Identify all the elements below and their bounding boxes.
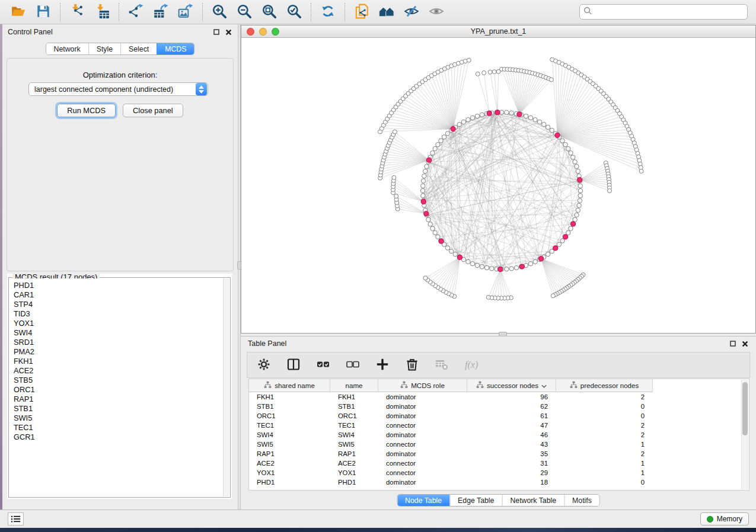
list-item[interactable]: STB5	[14, 376, 229, 385]
export-image-button[interactable]	[173, 2, 198, 22]
delete-table-button	[435, 358, 449, 372]
settings-button[interactable]	[257, 358, 271, 372]
copy-network-button[interactable]	[349, 2, 374, 22]
float-panel-icon[interactable]	[212, 28, 220, 36]
table-row[interactable]: SWI5SWI5connector431	[249, 440, 749, 449]
svg-text:f(x): f(x)	[465, 359, 478, 370]
table-row[interactable]: ORC1ORC1dominator610	[249, 411, 749, 421]
close-panel-icon[interactable]	[741, 340, 749, 348]
tab-mcds[interactable]: MCDS	[157, 43, 194, 55]
cell-successor-nodes: 96	[467, 392, 556, 402]
column-header-predecessor-nodes[interactable]: predecessor nodes	[556, 379, 653, 392]
tab-select[interactable]: Select	[120, 43, 157, 55]
control-panel-title: Control Panel	[8, 28, 53, 36]
list-item[interactable]: FKH1	[14, 357, 229, 366]
export-table-button[interactable]	[148, 2, 173, 22]
list-item[interactable]: RAP1	[14, 395, 229, 404]
deselect-all-button[interactable]	[346, 358, 360, 372]
table-row[interactable]: TEC1TEC1connector472	[249, 421, 749, 430]
network-window-titlebar[interactable]: YPA_prune.txt_1	[241, 25, 755, 38]
column-header-shared-name[interactable]: shared name	[249, 379, 330, 392]
list-item[interactable]: SWI5	[14, 414, 229, 423]
add-row-button[interactable]	[375, 358, 390, 372]
list-item[interactable]: CAR1	[14, 290, 229, 300]
delete-row-icon	[405, 357, 419, 373]
tab-style[interactable]: Style	[88, 43, 120, 55]
table-row[interactable]: ACE2ACE2connector311	[249, 459, 749, 468]
save-session-button[interactable]	[31, 2, 56, 22]
search-input[interactable]	[592, 8, 744, 16]
delete-row-button[interactable]	[405, 358, 419, 372]
close-panel-button[interactable]: Close panel	[123, 104, 183, 117]
cell-shared-name: ACE2	[249, 459, 330, 468]
cell-name: SWI5	[330, 440, 378, 449]
tab-network[interactable]: Network	[46, 43, 88, 55]
cell-predecessor-nodes: 1	[556, 468, 653, 477]
column-header-MCDS-role[interactable]: MCDS role	[378, 379, 467, 392]
task-history-icon[interactable]	[8, 512, 24, 525]
zoom-in-button[interactable]	[207, 2, 232, 22]
zoom-fit-button[interactable]	[257, 2, 282, 22]
table-row[interactable]: YOX1YOX1connector291	[249, 468, 749, 477]
tab-network-table[interactable]: Network Table	[502, 495, 564, 506]
cell-MCDS-role: connector	[378, 440, 467, 449]
table-scrollbar[interactable]	[741, 380, 748, 489]
cell-shared-name: ORC1	[249, 411, 330, 421]
zoom-selected-button[interactable]	[282, 2, 307, 22]
import-table-button[interactable]	[90, 2, 114, 22]
open-file-button[interactable]	[6, 2, 31, 22]
float-panel-icon[interactable]	[729, 340, 736, 348]
cell-name: ORC1	[330, 411, 378, 421]
tab-node-table[interactable]: Node Table	[397, 495, 449, 506]
list-item[interactable]: PMA2	[14, 347, 229, 357]
column-header-successor-nodes[interactable]: successor nodes	[467, 379, 556, 392]
list-item[interactable]: SRD1	[14, 338, 229, 347]
add-row-icon	[375, 357, 390, 373]
tab-motifs[interactable]: Motifs	[564, 495, 599, 506]
column-header-name[interactable]: name	[330, 379, 378, 392]
export-network-button[interactable]	[123, 2, 148, 22]
cell-shared-name: PHD1	[249, 477, 330, 487]
cell-successor-nodes: 46	[467, 430, 556, 440]
list-item[interactable]: TEC1	[14, 423, 229, 432]
node-table: shared namenameMCDS rolesuccessor nodesp…	[248, 379, 749, 491]
table-row[interactable]: PHD1PHD1dominator180	[249, 477, 749, 487]
tab-edge-table[interactable]: Edge Table	[449, 495, 502, 506]
sort-desc-icon	[541, 382, 547, 389]
import-network-button[interactable]	[65, 2, 90, 22]
list-item[interactable]: SWI4	[14, 328, 229, 338]
table-row[interactable]: RAP1RAP1dominator352	[249, 449, 749, 459]
list-item[interactable]: ACE2	[14, 366, 229, 376]
toolbar-separator	[60, 3, 60, 21]
columns-button[interactable]	[286, 358, 301, 372]
list-item[interactable]: YOX1	[14, 319, 229, 328]
network-canvas[interactable]	[241, 39, 755, 333]
desktop-wallpaper	[0, 528, 756, 532]
zoom-out-button[interactable]	[232, 2, 257, 22]
list-item[interactable]: STB1	[14, 404, 229, 414]
list-item[interactable]: PHD1	[14, 281, 229, 290]
table-type-tabs: Node TableEdge TableNetwork TableMotifs	[397, 494, 600, 507]
table-row[interactable]: FKH1FKH1dominator962	[249, 392, 749, 402]
list-item[interactable]: GCR1	[14, 432, 229, 442]
list-item[interactable]: ORC1	[14, 385, 229, 395]
scrollbar-thumb[interactable]	[742, 382, 748, 435]
table-row[interactable]: STB1STB1dominator620	[249, 402, 749, 411]
select-all-button[interactable]	[316, 358, 330, 372]
mcds-result-area: MCDS result (17 nodes) PHD1CAR1STP4TID3Y…	[7, 274, 232, 499]
result-list-scrollbar[interactable]	[223, 278, 229, 496]
criterion-select[interactable]: largest connected component (undirected)	[28, 82, 208, 96]
zoom-fit-icon	[261, 4, 277, 21]
show-details-button[interactable]	[424, 2, 449, 22]
hide-details-button[interactable]	[399, 2, 424, 22]
run-mcds-button[interactable]: Run MCDS	[57, 104, 116, 117]
list-item[interactable]: TID3	[14, 309, 229, 319]
refresh-button[interactable]	[315, 2, 340, 22]
list-item[interactable]: STP4	[14, 300, 229, 309]
home-button[interactable]	[374, 2, 399, 22]
memory-button[interactable]: Memory	[700, 512, 749, 525]
table-row[interactable]: SWI4SWI4dominator462	[249, 430, 749, 440]
close-panel-icon[interactable]	[225, 28, 232, 36]
cell-MCDS-role: dominator	[378, 402, 467, 411]
search-box[interactable]	[579, 4, 748, 20]
